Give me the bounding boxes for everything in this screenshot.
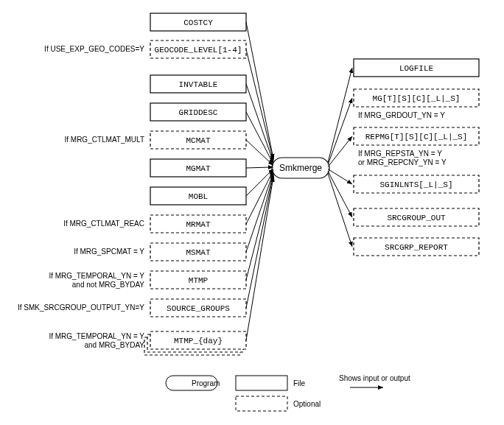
arrow-in-srcgrp	[246, 175, 273, 308]
output-cond-mg: If MRG_GRDOUT_YN = Y	[358, 111, 445, 119]
input-cond-srcgrp: If SMK_SRCGROUP_OUTPUT_YN=Y	[18, 303, 144, 312]
arrow-out-sginlnts	[328, 169, 352, 185]
legend-optional-shape	[236, 396, 287, 411]
input-cond-mcmat: If MRG_CTLMAT_MULT	[64, 136, 144, 144]
legend-file-shape	[236, 376, 287, 390]
input-label-griddesc: GRIDDESC	[179, 108, 218, 117]
output-cond2-repmg: or MRG_REPCNY_YN = Y	[358, 158, 447, 166]
output-label-repmg: REPMG[T][S][C][_L|_S]	[365, 133, 468, 141]
arrow-out-logfile	[328, 68, 352, 163]
arrow-in-mgmat	[246, 167, 273, 168]
input-label-geocode: GEOCODE_LEVEL[1-4]	[155, 46, 242, 55]
input-cond-mtmp: If MRG_TEMPORAL_YN = Y	[49, 272, 144, 280]
output-label-mg: MG[T][S][C][_L|_S]	[373, 94, 461, 103]
output-cond-repmg: If MRG_REPSTA_YN = Y	[358, 150, 442, 158]
input-label-msmat: MSMAT	[186, 248, 210, 257]
input-cond-mrmat: If MRG_CTLMAT_REAC	[63, 219, 144, 228]
output-label-sginlnts: SGINLNTS[_L|_S]	[379, 180, 452, 189]
input-label-mcmat: MCMAT	[186, 136, 210, 145]
input-label-mrmat: MRMAT	[186, 220, 210, 229]
input-label-mobl: MOBL	[189, 192, 208, 201]
arrow-in-mtmp	[246, 174, 273, 280]
output-label-srcgrep: SRCGRP_REPORT	[385, 243, 448, 252]
arrow-out-mg	[328, 98, 352, 165]
legend-program-label: Program	[192, 379, 220, 387]
input-label-costcy: COSTCY	[183, 18, 213, 27]
legend-arrow-label: Shows input or output	[339, 374, 410, 382]
arrow-out-repmg	[328, 136, 352, 167]
input-label-invtable: INVTABLE	[179, 80, 218, 89]
arrow-in-mobl	[246, 169, 273, 196]
arrow-in-mtmpday	[246, 177, 273, 340]
input-cond-geocode: If USE_EXP_GEO_CODES=Y	[44, 45, 144, 53]
arrow-in-mrmat	[246, 170, 273, 224]
input-cond2-mtmp: and not MRG_BYDAY	[72, 281, 145, 289]
input-label-srcgrp: SOURCE_GROUPS	[167, 304, 230, 313]
input-label-mgmat: MGMAT	[186, 164, 210, 173]
program-label: Smkmerge	[279, 163, 322, 173]
arrow-in-invtable	[246, 84, 273, 162]
output-label-logfile: LOGFILE	[399, 64, 434, 73]
legend-optional-label: Optional	[293, 400, 321, 408]
input-label-mtmpday: MTMP_{day}	[174, 337, 223, 345]
legend-file-label: File	[293, 379, 306, 387]
input-cond2-mtmpday: and MRG_BYDAY	[84, 341, 144, 349]
input-label-mtmp: MTMP	[189, 276, 209, 285]
input-cond-mtmpday: If MRG_TEMPORAL_YN = Y	[49, 332, 144, 340]
output-label-srcgout: SRCGROUP_OUT	[387, 214, 446, 222]
input-cond-msmat: If MRG_SPCMAT = Y	[74, 247, 144, 256]
